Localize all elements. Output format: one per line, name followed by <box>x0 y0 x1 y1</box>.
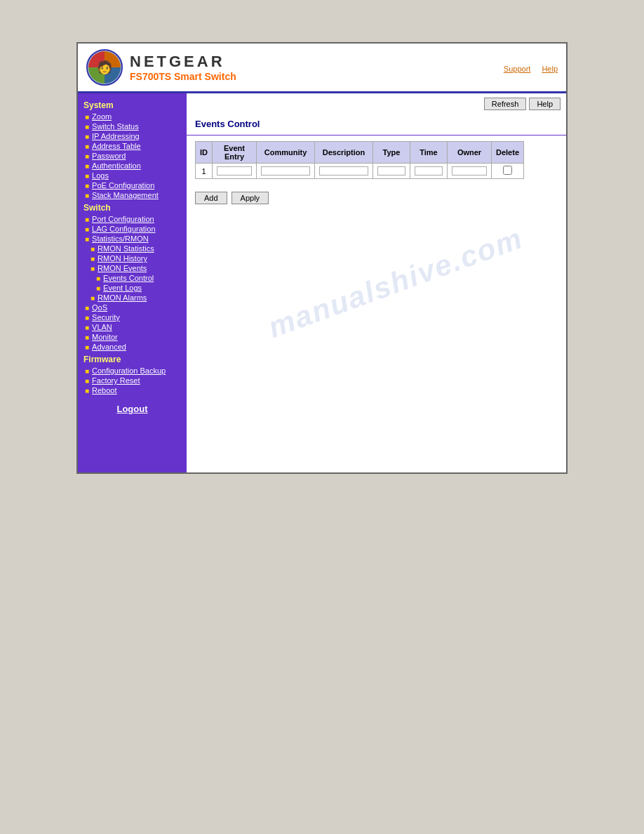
cell-delete[interactable] <box>492 164 524 179</box>
col-header-delete: Delete <box>492 142 524 164</box>
sidebar-item-event-logs[interactable]: ■ Event Logs <box>78 283 187 293</box>
sidebar-item-configuration-backup[interactable]: ■ Configuration Backup <box>78 366 187 376</box>
sidebar-item-rmon-statistics[interactable]: ■ RMON Statistics <box>78 244 187 253</box>
sidebar-item-rmon-history[interactable]: ■ RMON History <box>78 253 187 263</box>
support-link[interactable]: Support <box>504 65 531 73</box>
watermark: manualshive.com <box>264 221 528 345</box>
sidebar-link-port-configuration[interactable]: Port Configuration <box>92 215 154 223</box>
sidebar-item-address-table[interactable]: ■ Address Table <box>78 141 187 151</box>
bullet-icon: ■ <box>85 152 89 160</box>
sidebar-link-monitor[interactable]: Monitor <box>92 333 118 341</box>
col-header-time: Time <box>410 142 448 164</box>
sidebar-item-ip-addressing[interactable]: ■ IP Addressing <box>78 131 187 141</box>
sidebar-link-vlan[interactable]: VLAN <box>92 323 112 331</box>
help-link[interactable]: Help <box>542 65 558 73</box>
delete-checkbox[interactable] <box>503 166 512 175</box>
bullet-icon: ■ <box>85 304 89 312</box>
sidebar-item-events-control[interactable]: ■ Events Control <box>78 273 187 283</box>
time-input[interactable] <box>415 166 443 176</box>
cell-description[interactable] <box>315 164 373 179</box>
bullet-icon: ■ <box>85 314 89 322</box>
sidebar-link-logs[interactable]: Logs <box>92 171 109 180</box>
sidebar-link-event-logs[interactable]: Event Logs <box>103 284 142 292</box>
apply-button[interactable]: Apply <box>232 192 269 204</box>
sidebar-link-switch-status[interactable]: Switch Status <box>92 122 139 131</box>
bullet-icon: ■ <box>85 387 89 395</box>
sidebar-link-authentication[interactable]: Authentication <box>92 161 141 170</box>
col-header-community: Community <box>257 142 315 164</box>
description-input[interactable] <box>319 166 368 176</box>
sidebar-link-rmon-alarms[interactable]: RMON Alarms <box>98 293 147 302</box>
sidebar-link-statistics-rmon[interactable]: Statistics/RMON <box>92 234 149 243</box>
sidebar-link-rmon-events[interactable]: RMON Events <box>98 264 147 272</box>
sidebar-item-vlan[interactable]: ■ VLAN <box>78 322 187 332</box>
sidebar-item-switch-status[interactable]: ■ Switch Status <box>78 121 187 131</box>
sidebar-item-monitor[interactable]: ■ Monitor <box>78 332 187 342</box>
cell-event-entry[interactable] <box>213 164 257 179</box>
type-input[interactable] <box>377 166 405 176</box>
cell-id: 1 <box>196 164 213 179</box>
bullet-icon: ■ <box>96 274 100 282</box>
sidebar-link-security[interactable]: Security <box>92 313 120 322</box>
cell-community[interactable] <box>257 164 315 179</box>
sidebar-item-stack-management[interactable]: ■ Stack Management <box>78 190 187 200</box>
sidebar-item-poe-configuration[interactable]: ■ PoE Configuration <box>78 180 187 190</box>
sidebar-link-poe-configuration[interactable]: PoE Configuration <box>92 181 154 190</box>
sidebar-link-rmon-history[interactable]: RMON History <box>98 254 147 263</box>
sidebar-link-configuration-backup[interactable]: Configuration Backup <box>92 366 166 375</box>
section-firmware-label: Firmware <box>78 352 187 366</box>
bullet-icon: ■ <box>85 235 89 243</box>
sidebar-item-lag-configuration[interactable]: ■ LAG Configuration <box>78 224 187 234</box>
header: 🧑 NETGEAR FS700TS Smart Switch Support H… <box>78 44 566 93</box>
sidebar-logout[interactable]: Logout <box>78 395 187 417</box>
sidebar-item-reboot[interactable]: ■ Reboot <box>78 385 187 395</box>
header-left: 🧑 NETGEAR FS700TS Smart Switch <box>86 49 236 86</box>
event-entry-input[interactable] <box>217 166 252 176</box>
sidebar-link-advanced[interactable]: Advanced <box>92 343 126 351</box>
bullet-icon: ■ <box>85 225 89 233</box>
sidebar-item-advanced[interactable]: ■ Advanced <box>78 342 187 352</box>
refresh-button[interactable]: Refresh <box>484 98 527 110</box>
community-input[interactable] <box>261 166 310 176</box>
add-button[interactable]: Add <box>195 192 227 204</box>
bullet-icon: ■ <box>96 284 100 292</box>
sidebar-item-factory-reset[interactable]: ■ Factory Reset <box>78 376 187 385</box>
sidebar-item-port-configuration[interactable]: ■ Port Configuration <box>78 214 187 224</box>
action-buttons: Add Apply <box>187 185 566 211</box>
logout-link[interactable]: Logout <box>116 404 147 414</box>
sidebar-item-statistics-rmon[interactable]: ■ Statistics/RMON <box>78 234 187 244</box>
sidebar-item-qos[interactable]: ■ QoS <box>78 303 187 312</box>
sidebar: System ■ Zoom ■ Switch Status ■ IP Addre… <box>78 93 187 472</box>
bullet-icon: ■ <box>85 367 89 375</box>
sidebar-item-security[interactable]: ■ Security <box>78 312 187 322</box>
sidebar-link-qos[interactable]: QoS <box>92 303 107 312</box>
sidebar-link-lag-configuration[interactable]: LAG Configuration <box>92 225 156 233</box>
sidebar-link-address-table[interactable]: Address Table <box>92 142 141 150</box>
sidebar-link-rmon-statistics[interactable]: RMON Statistics <box>98 244 154 253</box>
sidebar-item-logs[interactable]: ■ Logs <box>78 171 187 180</box>
sidebar-link-reboot[interactable]: Reboot <box>92 386 116 395</box>
sidebar-link-password[interactable]: Password <box>92 152 126 160</box>
sidebar-link-events-control[interactable]: Events Control <box>103 274 154 282</box>
sidebar-item-zoom[interactable]: ■ Zoom <box>78 112 187 121</box>
sidebar-item-rmon-events[interactable]: ■ RMON Events <box>78 263 187 273</box>
brand-title: NETGEAR FS700TS Smart Switch <box>130 53 236 82</box>
cell-type[interactable] <box>373 164 410 179</box>
bullet-icon: ■ <box>85 192 89 199</box>
sidebar-link-factory-reset[interactable]: Factory Reset <box>92 376 140 385</box>
help-button[interactable]: Help <box>529 98 561 110</box>
bullet-icon: ■ <box>85 324 89 331</box>
sidebar-link-ip-addressing[interactable]: IP Addressing <box>92 132 140 140</box>
sidebar-link-stack-management[interactable]: Stack Management <box>92 191 159 199</box>
brand-name: NETGEAR <box>130 53 236 71</box>
logo: 🧑 <box>86 49 123 86</box>
cell-owner[interactable] <box>448 164 492 179</box>
content-area: manualshive.com Refresh Help Events Cont… <box>187 93 566 472</box>
sidebar-item-rmon-alarms[interactable]: ■ RMON Alarms <box>78 293 187 303</box>
owner-input[interactable] <box>452 166 487 176</box>
sidebar-link-zoom[interactable]: Zoom <box>92 112 112 121</box>
cell-time[interactable] <box>410 164 448 179</box>
sidebar-item-authentication[interactable]: ■ Authentication <box>78 161 187 171</box>
sidebar-item-password[interactable]: ■ Password <box>78 151 187 161</box>
content-toolbar: Refresh Help <box>187 93 566 114</box>
